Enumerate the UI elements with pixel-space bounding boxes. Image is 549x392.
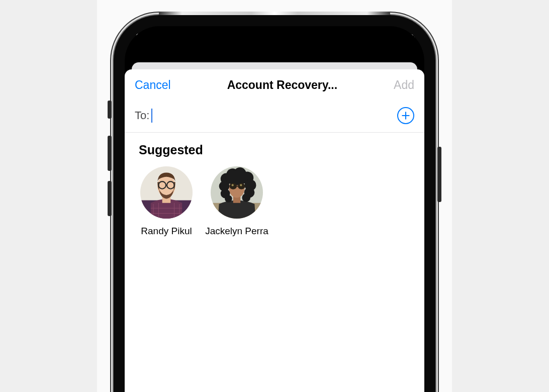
suggested-contact[interactable]: Jackelyn Perra bbox=[209, 166, 264, 237]
phone-top-edge bbox=[159, 12, 390, 15]
contact-name: Randy Pikul bbox=[141, 226, 192, 237]
phone-screen: Cancel Account Recovery... Add To: bbox=[125, 26, 424, 392]
volume-up-button bbox=[108, 136, 112, 171]
contact-name: Jackelyn Perra bbox=[205, 226, 268, 237]
add-button[interactable]: Add bbox=[394, 78, 414, 92]
volume-down-button bbox=[108, 181, 112, 216]
add-contact-button[interactable] bbox=[397, 107, 414, 124]
silence-switch bbox=[108, 101, 112, 119]
suggested-heading: Suggested bbox=[139, 143, 410, 157]
nav-bar: Cancel Account Recovery... Add bbox=[125, 69, 424, 100]
to-row: To: bbox=[125, 100, 424, 133]
suggested-contact[interactable]: Randy Pikul bbox=[139, 166, 194, 237]
to-label: To: bbox=[135, 109, 149, 122]
plus-circle-icon bbox=[401, 111, 411, 121]
svg-point-32 bbox=[240, 184, 242, 186]
to-input[interactable] bbox=[152, 109, 397, 122]
svg-point-30 bbox=[225, 170, 248, 185]
svg-point-31 bbox=[232, 184, 234, 186]
content-panel: 9:41 bbox=[97, 0, 452, 392]
avatar bbox=[211, 166, 263, 219]
suggested-list: Randy Pikul bbox=[139, 166, 410, 237]
cancel-button[interactable]: Cancel bbox=[135, 78, 171, 92]
svg-point-6 bbox=[157, 175, 175, 198]
page-title: Account Recovery... bbox=[227, 78, 337, 92]
avatar bbox=[140, 166, 193, 219]
power-button bbox=[437, 147, 441, 202]
svg-point-29 bbox=[225, 195, 232, 203]
svg-point-26 bbox=[242, 193, 250, 202]
suggested-section: Suggested bbox=[125, 133, 424, 247]
modal-sheet: Cancel Account Recovery... Add To: bbox=[125, 69, 424, 392]
phone-frame: 9:41 bbox=[114, 15, 435, 392]
